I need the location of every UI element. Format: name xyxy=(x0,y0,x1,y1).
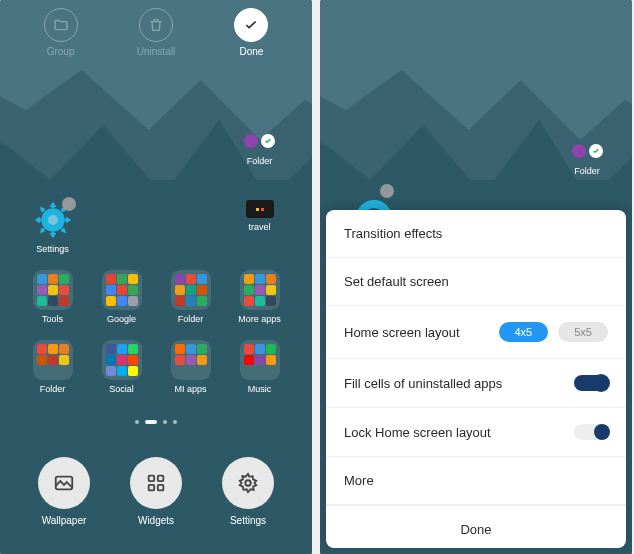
gear-icon xyxy=(33,200,73,240)
app-label: Folder xyxy=(40,384,66,394)
lock-layout-row: Lock Home screen layout xyxy=(326,408,626,457)
svg-rect-3 xyxy=(149,475,155,481)
layout-label: Home screen layout xyxy=(344,325,460,340)
sheet-done-button[interactable]: Done xyxy=(326,505,626,553)
app-more-apps[interactable]: More apps xyxy=(225,270,294,324)
transition-effects-row[interactable]: Transition effects xyxy=(326,210,626,258)
wallpaper-button[interactable]: Wallpaper xyxy=(38,457,90,526)
layout-5x5-pill[interactable]: 5x5 xyxy=(558,322,608,342)
settings-label: Settings xyxy=(230,515,266,526)
more-label: More xyxy=(344,473,374,488)
folder-icon xyxy=(240,270,280,310)
pair-folder-icon xyxy=(243,130,277,152)
app-social[interactable]: Social xyxy=(87,340,156,394)
check-icon xyxy=(243,17,259,33)
app-folder[interactable]: Folder xyxy=(225,130,294,166)
app-label: Social xyxy=(109,384,134,394)
app-music[interactable]: Music xyxy=(225,340,294,394)
svg-point-1 xyxy=(48,215,58,225)
app-icon xyxy=(246,200,274,218)
wallpaper-label: Wallpaper xyxy=(42,515,87,526)
app-google[interactable]: Google xyxy=(87,270,156,324)
fill-cells-row: Fill cells of uninstalled apps xyxy=(326,359,626,408)
home-settings-screen: Folder Transition effects Set default sc… xyxy=(320,0,632,554)
fill-cells-label: Fill cells of uninstalled apps xyxy=(344,376,502,391)
app-label: Music xyxy=(248,384,272,394)
default-screen-label: Set default screen xyxy=(344,274,449,289)
folder-icon xyxy=(102,270,142,310)
app-grid: FolderSettingstravelToolsGoogleFolderMor… xyxy=(0,130,312,404)
app-label: MI apps xyxy=(174,384,206,394)
app-settings[interactable]: Settings xyxy=(18,200,87,254)
app-folder[interactable]: Folder xyxy=(156,270,225,324)
editor-top-row: Group Uninstall Done xyxy=(0,8,312,57)
settings-button[interactable]: Settings xyxy=(222,457,274,526)
app-label: travel xyxy=(248,222,270,232)
group-label: Group xyxy=(47,46,75,57)
lock-layout-label: Lock Home screen layout xyxy=(344,425,491,440)
lock-layout-toggle[interactable] xyxy=(574,424,608,440)
app-label: Folder xyxy=(178,314,204,324)
page-indicator xyxy=(0,420,312,424)
app-folder[interactable]: Folder xyxy=(18,340,87,394)
editor-bottom-panel: Wallpaper Widgets Settings xyxy=(0,434,312,554)
folder-icon xyxy=(240,340,280,380)
more-row[interactable]: More xyxy=(326,457,626,505)
folder-app[interactable]: Folder xyxy=(570,140,604,176)
app-label: More apps xyxy=(238,314,281,324)
folder-icon xyxy=(102,340,142,380)
svg-point-7 xyxy=(245,480,251,486)
app-label: Settings xyxy=(36,244,69,254)
settings-sheet: Transition effects Set default screen Ho… xyxy=(326,210,626,548)
svg-rect-5 xyxy=(149,484,155,490)
widgets-label: Widgets xyxy=(138,515,174,526)
app-travel[interactable]: travel xyxy=(225,200,294,232)
folder-icon xyxy=(53,17,69,33)
folder-icon xyxy=(33,340,73,380)
app-label: Tools xyxy=(42,314,63,324)
app-label: Google xyxy=(107,314,136,324)
transition-effects-label: Transition effects xyxy=(344,226,442,241)
widgets-button[interactable]: Widgets xyxy=(130,457,182,526)
folder-app-label: Folder xyxy=(574,166,600,176)
default-screen-row[interactable]: Set default screen xyxy=(326,258,626,306)
group-button[interactable]: Group xyxy=(44,8,78,57)
done-button[interactable]: Done xyxy=(234,8,268,57)
uninstall-button[interactable]: Uninstall xyxy=(137,8,175,57)
folder-icon xyxy=(171,340,211,380)
app-label: Folder xyxy=(247,156,273,166)
app-mi-apps[interactable]: MI apps xyxy=(156,340,225,394)
layout-4x5-pill[interactable]: 4x5 xyxy=(499,322,549,342)
app-tools[interactable]: Tools xyxy=(18,270,87,324)
svg-rect-6 xyxy=(158,484,164,490)
image-icon xyxy=(53,472,75,494)
fill-cells-toggle[interactable] xyxy=(574,375,608,391)
trash-icon xyxy=(148,17,164,33)
folder-icon xyxy=(171,270,211,310)
done-label: Done xyxy=(239,46,263,57)
folder-icon xyxy=(33,270,73,310)
sheet-done-label: Done xyxy=(460,522,491,537)
layout-row: Home screen layout 4x5 5x5 xyxy=(326,306,626,359)
home-editor-screen: Group Uninstall Done FolderSettingstrave… xyxy=(0,0,312,554)
gear-icon xyxy=(237,472,259,494)
widgets-icon xyxy=(145,472,167,494)
uninstall-label: Uninstall xyxy=(137,46,175,57)
svg-rect-4 xyxy=(158,475,164,481)
selection-indicator xyxy=(62,197,76,211)
